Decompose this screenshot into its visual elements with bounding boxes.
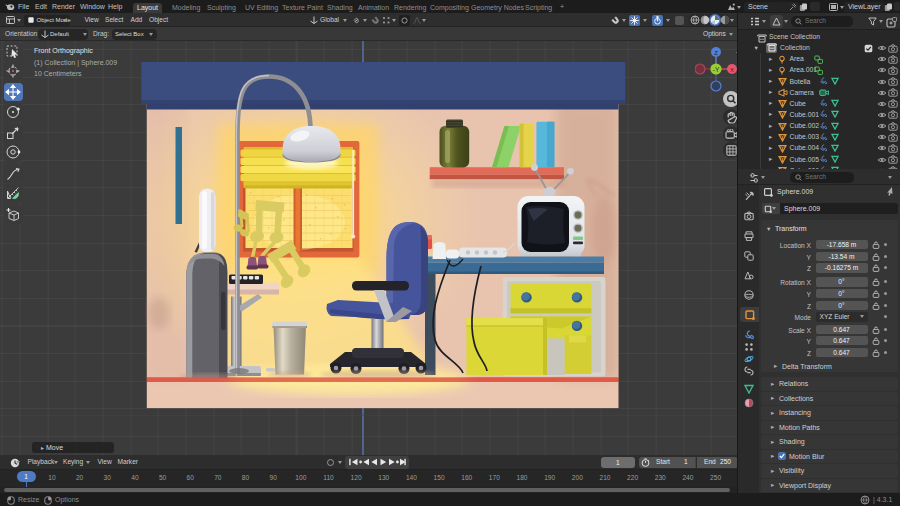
svg-text:-Y: -Y [713, 66, 720, 73]
svg-text:Z: Z [714, 50, 718, 56]
svg-text:X: X [730, 67, 734, 73]
